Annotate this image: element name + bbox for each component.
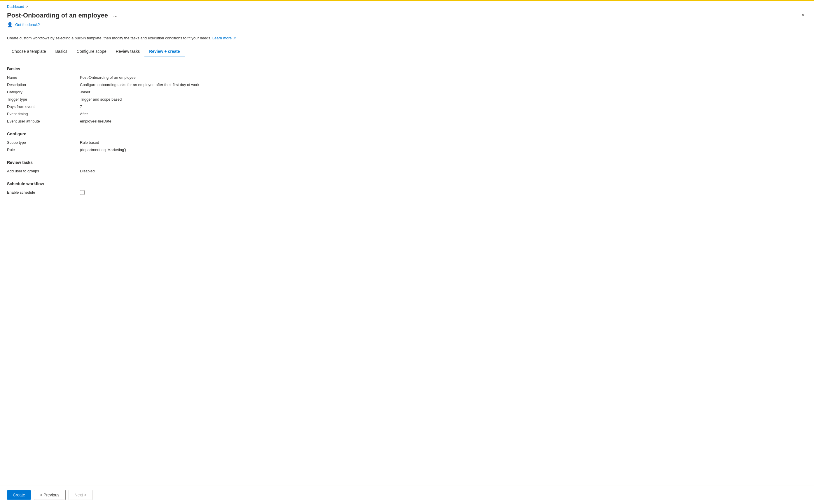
page-title: Post-Onboarding of an employee bbox=[7, 12, 108, 19]
field-value-category: Joiner bbox=[80, 90, 807, 94]
close-button[interactable]: × bbox=[799, 11, 807, 20]
field-label-event-user-attribute: Event user attribute bbox=[7, 119, 80, 123]
field-label-scope-type: Scope type bbox=[7, 140, 80, 145]
header-left: Post-Onboarding of an employee ... bbox=[7, 11, 120, 20]
learn-more-link[interactable]: Learn more ↗ bbox=[212, 36, 236, 40]
field-value-add-user-to-groups: Disabled bbox=[80, 169, 807, 173]
previous-button[interactable]: < Previous bbox=[34, 490, 66, 500]
field-name: Name Post-Onboarding of an employee bbox=[7, 75, 807, 80]
breadcrumb: Dashboard > bbox=[7, 5, 807, 9]
field-value-trigger-type: Trigger and scope based bbox=[80, 97, 807, 101]
field-label-days-from-event: Days from event bbox=[7, 104, 80, 109]
header-row: Post-Onboarding of an employee ... × bbox=[7, 11, 807, 20]
feedback-icon: 👤 bbox=[7, 22, 13, 27]
field-label-name: Name bbox=[7, 75, 80, 80]
field-value-scope-type: Rule based bbox=[80, 140, 807, 145]
field-label-enable-schedule: Enable schedule bbox=[7, 190, 80, 195]
field-value-description: Configure onboarding tasks for an employ… bbox=[80, 83, 807, 87]
tab-basics[interactable]: Basics bbox=[51, 46, 72, 57]
configure-section: Configure Scope type Rule based Rule (de… bbox=[7, 132, 807, 152]
field-add-user-to-groups: Add user to groups Disabled bbox=[7, 169, 807, 173]
field-category: Category Joiner bbox=[7, 90, 807, 94]
enable-schedule-checkbox[interactable] bbox=[80, 190, 85, 195]
field-value-name: Post-Onboarding of an employee bbox=[80, 75, 807, 80]
description-text: Create custom workflows by selecting a b… bbox=[7, 36, 807, 40]
basics-heading: Basics bbox=[7, 67, 807, 71]
divider bbox=[7, 31, 807, 31]
configure-heading: Configure bbox=[7, 132, 807, 136]
field-value-event-user-attribute: employeeHireDate bbox=[80, 119, 807, 123]
field-value-event-timing: After bbox=[80, 112, 807, 116]
field-label-add-user-to-groups: Add user to groups bbox=[7, 169, 80, 173]
field-value-days-from-event: 7 bbox=[80, 104, 807, 109]
field-event-timing: Event timing After bbox=[7, 112, 807, 116]
field-label-trigger-type: Trigger type bbox=[7, 97, 80, 101]
field-event-user-attribute: Event user attribute employeeHireDate bbox=[7, 119, 807, 123]
field-trigger-type: Trigger type Trigger and scope based bbox=[7, 97, 807, 101]
field-enable-schedule: Enable schedule bbox=[7, 190, 807, 195]
field-label-event-timing: Event timing bbox=[7, 112, 80, 116]
field-description: Description Configure onboarding tasks f… bbox=[7, 83, 807, 87]
basics-section: Basics Name Post-Onboarding of an employ… bbox=[7, 67, 807, 123]
create-button[interactable]: Create bbox=[7, 490, 31, 500]
review-tasks-heading: Review tasks bbox=[7, 160, 807, 165]
schedule-workflow-section: Schedule workflow Enable schedule bbox=[7, 181, 807, 195]
next-button: Next > bbox=[69, 490, 93, 500]
ellipsis-menu-button[interactable]: ... bbox=[111, 11, 120, 20]
field-days-from-event: Days from event 7 bbox=[7, 104, 807, 109]
breadcrumb-separator: > bbox=[26, 5, 28, 9]
schedule-workflow-heading: Schedule workflow bbox=[7, 181, 807, 186]
content-area: Basics Name Post-Onboarding of an employ… bbox=[7, 65, 807, 504]
tabs-container: Choose a template Basics Configure scope… bbox=[7, 46, 807, 57]
field-value-rule: (department eq 'Marketing') bbox=[80, 148, 807, 152]
footer-bar: Create < Previous Next > bbox=[0, 486, 814, 504]
field-scope-type: Scope type Rule based bbox=[7, 140, 807, 145]
tab-choose-template[interactable]: Choose a template bbox=[7, 46, 51, 57]
breadcrumb-dashboard-link[interactable]: Dashboard bbox=[7, 5, 24, 9]
field-label-description: Description bbox=[7, 83, 80, 87]
field-label-rule: Rule bbox=[7, 148, 80, 152]
enable-schedule-checkbox-container bbox=[80, 190, 85, 195]
tab-review-create[interactable]: Review + create bbox=[144, 46, 184, 57]
field-label-category: Category bbox=[7, 90, 80, 94]
tab-review-tasks[interactable]: Review tasks bbox=[111, 46, 144, 57]
review-tasks-section: Review tasks Add user to groups Disabled bbox=[7, 160, 807, 173]
field-rule: Rule (department eq 'Marketing') bbox=[7, 148, 807, 152]
feedback-label: Got feedback? bbox=[15, 22, 40, 27]
feedback-row[interactable]: 👤 Got feedback? bbox=[7, 22, 807, 27]
tab-configure-scope[interactable]: Configure scope bbox=[72, 46, 111, 57]
